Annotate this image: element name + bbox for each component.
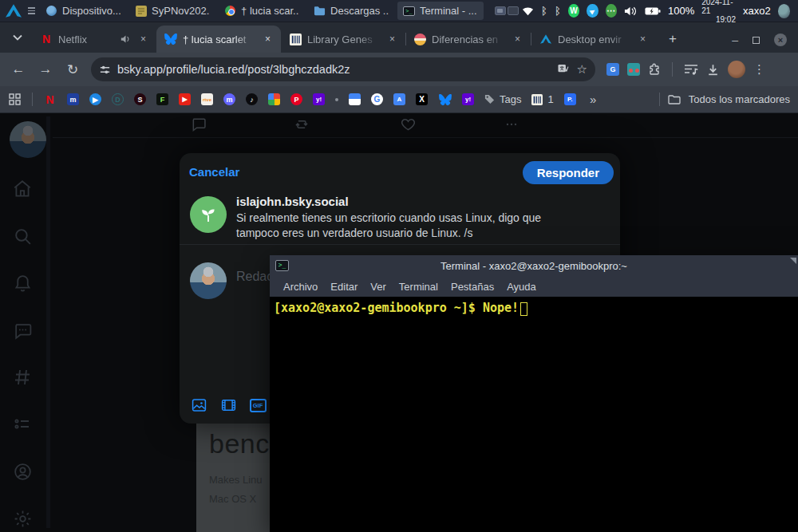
- url-text[interactable]: bsky.app/profile/lucia.red/post/3lbghczd…: [117, 63, 551, 76]
- bookmark-yahoo-icon[interactable]: y!: [313, 93, 325, 105]
- clock[interactable]: 2024-11-21 19:02: [701, 0, 736, 24]
- settings-gear-icon[interactable]: [11, 507, 34, 530]
- tab-close-icon[interactable]: ×: [511, 33, 524, 46]
- menu-terminal[interactable]: Terminal: [399, 281, 438, 293]
- battery-icon[interactable]: [645, 6, 661, 16]
- bookmarks-overflow-icon[interactable]: »: [587, 93, 600, 106]
- media-controls-icon[interactable]: [684, 64, 698, 76]
- taskbar-button-dispositivo[interactable]: Dispositivo...: [40, 2, 126, 20]
- tab-search-chevron-icon[interactable]: [6, 26, 29, 49]
- back-button[interactable]: ←: [6, 57, 30, 81]
- add-video-icon[interactable]: [217, 394, 239, 416]
- terminal-screen[interactable]: [xaxo2@xaxo2-gemibookpro ~]$ Nope!: [270, 297, 798, 532]
- workspace-switcher[interactable]: [495, 6, 519, 15]
- username-label[interactable]: xaxo2: [743, 5, 771, 17]
- arch-linux-icon[interactable]: [5, 3, 23, 19]
- chat-icon[interactable]: [11, 319, 34, 341]
- bookmark-google-icon[interactable]: G: [371, 93, 383, 105]
- bookmark-libgen[interactable]: 1: [531, 93, 553, 105]
- bookmark-disney-icon[interactable]: D: [112, 93, 124, 105]
- tab-close-icon[interactable]: ×: [261, 33, 275, 46]
- terminal-titlebar[interactable]: >_ Terminal - xaxo2@xaxo2-gemibookpro:~: [270, 255, 798, 277]
- bookmark-youtube-icon[interactable]: ▶: [179, 93, 191, 105]
- close-button[interactable]: ×: [774, 33, 787, 46]
- forward-button[interactable]: →: [34, 57, 57, 81]
- panel-menu-icon[interactable]: [26, 7, 37, 14]
- sidebar-avatar[interactable]: [10, 121, 46, 158]
- tab-audio-icon[interactable]: [120, 34, 131, 44]
- tab-close-icon[interactable]: ×: [136, 33, 150, 46]
- translate-icon[interactable]: [558, 64, 571, 75]
- workspace-2[interactable]: [508, 6, 519, 15]
- tab-close-icon[interactable]: ×: [636, 33, 650, 46]
- menu-archivo[interactable]: Archivo: [283, 281, 318, 293]
- taskbar-button-notes[interactable]: SyPNov202...: [129, 2, 215, 20]
- minimize-button[interactable]: –: [732, 34, 738, 45]
- add-gif-icon[interactable]: GIF: [247, 394, 269, 416]
- address-bar[interactable]: bsky.app/profile/lucia.red/post/3lbghczd…: [91, 57, 595, 81]
- tab-lucia-scarlet[interactable]: † lucia scarlet ×: [156, 26, 281, 53]
- notifications-bell-icon[interactable]: [11, 272, 34, 294]
- bookmark-p-icon[interactable]: P.: [564, 93, 576, 105]
- bookmark-movistar-icon[interactable]: m: [67, 93, 79, 105]
- restore-button[interactable]: [753, 37, 760, 44]
- translate-extension-icon[interactable]: G: [606, 63, 619, 76]
- wifi-icon[interactable]: [522, 6, 534, 16]
- post-more-icon[interactable]: [503, 116, 520, 133]
- feeds-hash-icon[interactable]: [11, 366, 34, 388]
- taskbar-button-terminal[interactable]: >_ Terminal - ...: [397, 2, 484, 20]
- taskbar-button-browser[interactable]: † lucia scar...: [219, 2, 305, 20]
- bluetooth-2-icon[interactable]: ᛒ: [555, 6, 561, 16]
- whatsapp-icon[interactable]: W: [568, 4, 579, 18]
- site-settings-icon[interactable]: [99, 64, 111, 76]
- bluetooth-icon[interactable]: ᛒ: [541, 6, 547, 16]
- bookmark-mosaic-icon[interactable]: [268, 93, 280, 105]
- reload-button[interactable]: ↻: [61, 57, 85, 81]
- bookmark-rtve-icon[interactable]: rtve: [201, 93, 213, 105]
- bookmark-tags[interactable]: Tags: [484, 93, 521, 105]
- bookmark-tiktok-icon[interactable]: ♪: [246, 93, 258, 105]
- volume-icon[interactable]: [624, 6, 638, 17]
- bookmark-skyshowtime-icon[interactable]: S: [134, 93, 146, 105]
- tab-diferencias[interactable]: Diferencias en ×: [406, 26, 531, 53]
- bookmark-pinterest-icon[interactable]: P: [290, 93, 302, 105]
- workspace-1[interactable]: [495, 6, 506, 15]
- repost-icon[interactable]: [293, 116, 310, 133]
- taskbar-button-downloads[interactable]: Descargas ...: [308, 2, 394, 20]
- browser-menu-kebab-icon[interactable]: ⋮: [753, 62, 765, 77]
- add-image-icon[interactable]: [188, 394, 210, 416]
- telegram-icon[interactable]: ▶: [587, 4, 598, 18]
- tab-library-genesis[interactable]: Library Genes ×: [281, 26, 405, 53]
- downloads-icon[interactable]: [706, 63, 720, 77]
- apps-grid-icon[interactable]: [8, 93, 22, 106]
- browser-profile-avatar[interactable]: [728, 61, 745, 78]
- home-icon[interactable]: [11, 178, 34, 200]
- reply-comment-icon[interactable]: [190, 116, 207, 133]
- menu-ver[interactable]: Ver: [370, 281, 386, 293]
- bookmark-netflix-icon[interactable]: N: [43, 93, 57, 106]
- avatar-extension-icon[interactable]: [627, 63, 640, 76]
- bookmark-star-icon[interactable]: ☆: [577, 62, 587, 77]
- new-tab-button[interactable]: +: [662, 29, 683, 49]
- bookmark-mastodon-icon[interactable]: m: [223, 93, 235, 105]
- bookmark-yahoo2-icon[interactable]: y!: [462, 93, 474, 105]
- bookmark-play-icon[interactable]: ▶: [89, 93, 101, 105]
- menu-pestanas[interactable]: Pestañas: [451, 281, 494, 293]
- bookmark-translate-icon[interactable]: A: [393, 93, 405, 105]
- scrollbar[interactable]: [46, 116, 50, 528]
- tab-close-icon[interactable]: ×: [385, 33, 399, 46]
- profile-icon[interactable]: [11, 460, 34, 483]
- titlebar-corner-button[interactable]: [790, 258, 796, 264]
- menu-ayuda[interactable]: Ayuda: [507, 281, 536, 293]
- all-bookmarks[interactable]: Todos los marcadores: [659, 93, 790, 106]
- extensions-puzzle-icon[interactable]: [648, 63, 661, 76]
- bookmark-google-news-icon[interactable]: [349, 93, 361, 105]
- tab-netflix[interactable]: N Netflix ×: [32, 26, 156, 53]
- bookmark-filmin-icon[interactable]: F: [156, 93, 168, 105]
- search-icon[interactable]: [11, 225, 34, 247]
- like-heart-icon[interactable]: [399, 116, 417, 133]
- reply-submit-button[interactable]: Responder: [523, 161, 614, 184]
- bookmark-x-icon[interactable]: X: [416, 93, 428, 105]
- bookmark-dot-icon[interactable]: [335, 98, 338, 101]
- bookmark-bluesky-icon[interactable]: [438, 93, 452, 106]
